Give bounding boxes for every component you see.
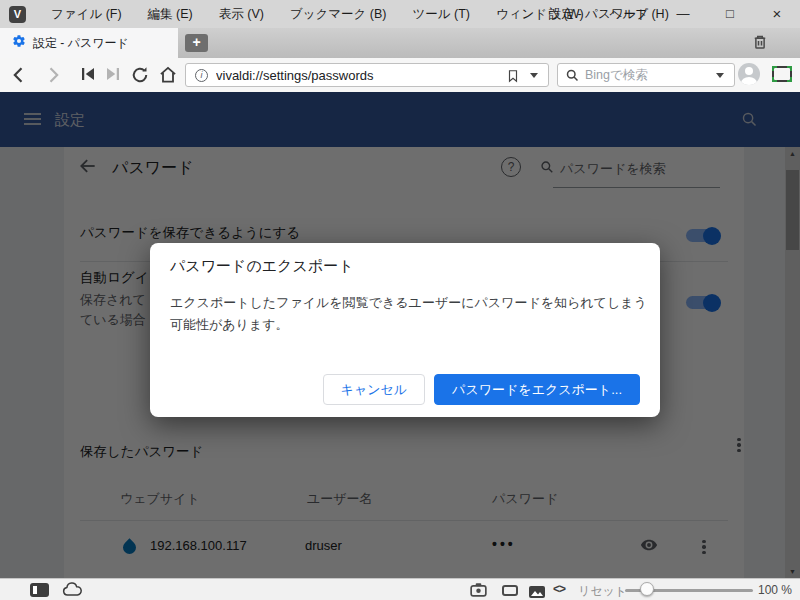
new-tab-button[interactable]: +	[185, 34, 208, 52]
zoom-slider-knob[interactable]	[640, 582, 654, 596]
tab-label: 設定 - パスワード	[33, 35, 129, 52]
menu-tools[interactable]: ツール (T)	[400, 0, 484, 28]
home-button[interactable]	[158, 65, 178, 85]
fast-forward-button[interactable]	[104, 65, 124, 85]
capture-camera-icon[interactable]	[470, 583, 487, 600]
close-button[interactable]: ×	[760, 0, 794, 28]
navigation-bar: i	[0, 58, 800, 92]
dialog-title: パスワードのエクスポート	[170, 257, 354, 276]
dialog-buttons: キャンセル パスワードをエクスポート...	[323, 374, 640, 405]
vivaldi-logo-icon[interactable]: V	[9, 6, 26, 23]
page-tiling-icon[interactable]	[502, 585, 518, 596]
menu-edit[interactable]: 編集 (E)	[135, 0, 206, 28]
page-viewport: 設定 パスワード ? パスワードを保存できるようにする 自動ログイ 保存されて …	[0, 92, 800, 578]
export-passwords-dialog: パスワードのエクスポート エクスポートしたファイルを閲覧できるユーザーにパスワー…	[150, 243, 660, 417]
menu-bookmarks[interactable]: ブックマーク (B)	[277, 0, 400, 28]
page-actions-icon[interactable]: <>	[553, 582, 565, 596]
dialog-body-line2: 可能性があります。	[170, 316, 289, 334]
zoom-reset-label[interactable]: リセット	[578, 583, 627, 600]
status-bar: <> リセット 100 %	[0, 578, 800, 600]
tab-settings[interactable]: 設定 - パスワード	[0, 28, 178, 58]
forward-button[interactable]	[43, 65, 63, 85]
export-passwords-button[interactable]: パスワードをエクスポート...	[434, 374, 640, 405]
images-toggle-icon[interactable]	[529, 584, 545, 600]
browser-window: V ファイル (F) 編集 (E) 表示 (V) ブックマーク (B) ツール …	[0, 0, 800, 600]
profile-avatar[interactable]	[738, 63, 760, 85]
dialog-body-line1: エクスポートしたファイルを閲覧できるユーザーにパスワードを知られてしまう	[170, 294, 647, 312]
panel-toggle-icon[interactable]	[30, 583, 49, 600]
back-button[interactable]	[9, 65, 29, 85]
capture-icon[interactable]	[772, 66, 792, 82]
bookmark-icon[interactable]	[506, 68, 520, 88]
window-title: 設定 - パスワード	[549, 0, 649, 28]
minimize-button[interactable]: —	[666, 0, 700, 28]
search-engine-icon[interactable]	[565, 68, 580, 87]
search-input[interactable]	[585, 66, 705, 84]
address-dropdown-icon[interactable]	[530, 73, 538, 78]
page-info-icon[interactable]: i	[195, 69, 208, 82]
menu-view[interactable]: 表示 (V)	[206, 0, 277, 28]
address-bar[interactable]: i	[185, 63, 549, 87]
trash-icon[interactable]	[751, 33, 771, 53]
cancel-button[interactable]: キャンセル	[323, 374, 426, 405]
reload-button[interactable]	[130, 65, 150, 85]
menu-file[interactable]: ファイル (F)	[38, 0, 135, 28]
zoom-level: 100 %	[758, 583, 792, 597]
sync-cloud-icon[interactable]	[62, 582, 82, 600]
settings-gear-icon	[12, 34, 26, 52]
search-dropdown-icon[interactable]	[716, 73, 724, 78]
url-input[interactable]	[216, 66, 486, 84]
rewind-button[interactable]	[79, 65, 99, 85]
menu-bar: V ファイル (F) 編集 (E) 表示 (V) ブックマーク (B) ツール …	[0, 0, 800, 28]
maximize-button[interactable]: □	[713, 0, 747, 28]
browser-search-field[interactable]	[557, 63, 735, 87]
tab-bar: 設定 - パスワード +	[0, 28, 800, 58]
